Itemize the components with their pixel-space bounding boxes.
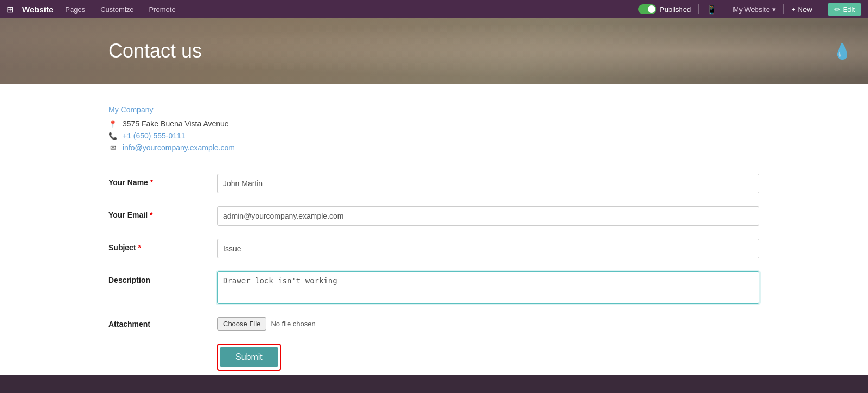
- nav-customize[interactable]: Customize: [97, 5, 137, 14]
- contact-form: Your Name * Your Email * Subject * Descr…: [108, 174, 760, 371]
- email-input[interactable]: [217, 206, 760, 226]
- edit-button[interactable]: ✏ Edit: [828, 3, 861, 16]
- divider2: [725, 4, 725, 14]
- plus-icon: +: [792, 5, 796, 14]
- subject-label: Subject *: [108, 239, 217, 252]
- subject-input[interactable]: [217, 239, 760, 258]
- description-label: Description: [108, 271, 217, 284]
- subject-field-row: Subject *: [108, 239, 760, 258]
- edit-label: Edit: [843, 5, 855, 14]
- email-label: Your Email *: [108, 206, 217, 219]
- bottom-bar: [0, 375, 868, 393]
- attachment-row: Attachment Choose File No file chosen: [108, 317, 760, 331]
- published-label: Published: [660, 5, 691, 14]
- divider: [698, 4, 699, 14]
- published-toggle-switch[interactable]: [638, 4, 656, 14]
- my-website-button[interactable]: My Website ▾: [733, 5, 776, 14]
- company-phone[interactable]: +1 (650) 555-0111: [123, 131, 186, 140]
- pencil-icon: ✏: [834, 5, 840, 14]
- file-input-wrapper: Choose File No file chosen: [217, 317, 316, 331]
- email-field-row: Your Email *: [108, 206, 760, 226]
- company-email[interactable]: info@yourcompany.example.com: [123, 143, 235, 152]
- company-address: 3575 Fake Buena Vista Avenue: [123, 119, 229, 128]
- droplet-icon: 💧: [833, 42, 852, 60]
- envelope-icon: ✉: [108, 144, 117, 152]
- new-label: New: [798, 5, 812, 14]
- attachment-label: Attachment: [108, 320, 217, 328]
- phone-row: 📞 +1 (650) 555-0111: [108, 131, 760, 140]
- page-title: Contact us: [108, 40, 202, 62]
- hero-banner: Contact us 💧: [0, 18, 868, 84]
- address-row: 📍 3575 Fake Buena Vista Avenue: [108, 119, 760, 128]
- published-toggle-group: Published: [638, 4, 691, 14]
- company-name: My Company: [108, 105, 760, 114]
- my-website-label: My Website: [733, 5, 770, 14]
- grid-icon[interactable]: ⊞: [7, 4, 14, 15]
- description-textarea[interactable]: Drawer lock isn't working: [217, 271, 760, 304]
- nav-promote[interactable]: Promote: [146, 5, 179, 14]
- location-icon: 📍: [108, 120, 117, 128]
- main-content: My Company 📍 3575 Fake Buena Vista Avenu…: [0, 84, 868, 393]
- name-input[interactable]: [217, 174, 760, 193]
- description-field-row: Description Drawer lock isn't working: [108, 271, 760, 304]
- no-file-label: No file chosen: [271, 320, 315, 328]
- brand-label[interactable]: Website: [22, 5, 53, 14]
- top-navigation: ⊞ Website Pages Customize Promote Publis…: [0, 0, 868, 18]
- company-info-section: My Company 📍 3575 Fake Buena Vista Avenu…: [108, 105, 760, 152]
- submit-row: Submit: [217, 344, 760, 371]
- choose-file-button[interactable]: Choose File: [217, 317, 266, 331]
- submit-highlight-border: Submit: [217, 344, 281, 371]
- chevron-down-icon: ▾: [772, 5, 776, 14]
- mobile-preview-icon[interactable]: 📱: [706, 4, 717, 15]
- divider4: [820, 4, 820, 14]
- name-label: Your Name *: [108, 174, 217, 187]
- name-field-row: Your Name *: [108, 174, 760, 193]
- submit-button[interactable]: Submit: [220, 347, 278, 367]
- phone-icon: 📞: [108, 132, 117, 140]
- divider3: [783, 4, 784, 14]
- email-row: ✉ info@yourcompany.example.com: [108, 143, 760, 152]
- nav-pages[interactable]: Pages: [62, 5, 88, 14]
- new-button[interactable]: + New: [792, 5, 812, 14]
